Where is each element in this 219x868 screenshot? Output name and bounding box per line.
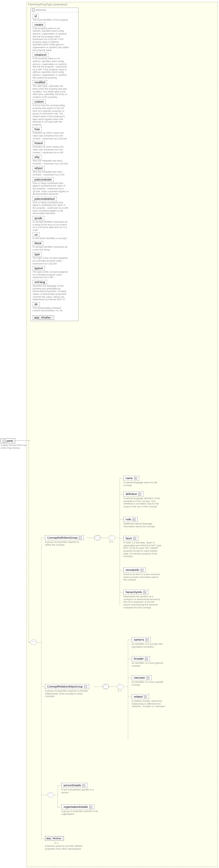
line	[101, 538, 109, 538]
expand-icon[interactable]: +	[145, 657, 148, 660]
expand-icon[interactable]: −	[79, 536, 82, 539]
node-label: broader	[134, 657, 144, 660]
expand-icon[interactable]: +	[89, 806, 92, 808]
attr-label: creatoruri	[33, 53, 49, 57]
node-narrower[interactable]: narrower+	[132, 675, 152, 680]
line	[120, 478, 123, 478]
line	[41, 686, 45, 687]
any-element: any ##other	[45, 836, 64, 841]
expand-icon[interactable]: +	[82, 784, 85, 787]
node-remoteinfo[interactable]: remoteInfo+	[123, 567, 146, 572]
attr-annotation: Why the metadata has been included - exp…	[33, 160, 69, 165]
card: 0..∞	[55, 842, 59, 844]
note-annotation: Additional natural language information …	[123, 523, 161, 528]
persondetails-annotation: A set of properties specific to a person	[61, 788, 99, 794]
cdg-seq-connector	[94, 535, 101, 540]
attr-item-custom: customIf set to true the corresponding p…	[33, 99, 76, 126]
node-note[interactable]: note+	[123, 517, 138, 522]
node-label: narrower	[134, 676, 145, 679]
node-organisationdetails[interactable]: organisationDetails+	[61, 804, 94, 809]
line	[41, 538, 41, 839]
card: 0..∞	[110, 540, 114, 543]
attr-label: qcode	[33, 216, 44, 220]
crg-choice-connector	[117, 684, 123, 689]
expand-icon[interactable]: +	[140, 569, 144, 571]
line	[37, 642, 41, 643]
node-facet[interactable]: facet+	[123, 536, 138, 541]
line	[109, 686, 117, 687]
attributes-list: idThe local identifier of the property.c…	[31, 12, 78, 314]
attr-annotation: The type of the concept assigned as cont…	[33, 271, 69, 279]
definition-annotation: A natural language definition of the sem…	[123, 497, 161, 508]
line	[120, 519, 123, 520]
attr-annotation: A URI which identifies a concept.	[33, 237, 69, 240]
expand-icon[interactable]: +	[144, 695, 147, 698]
line	[128, 678, 132, 678]
line	[128, 640, 132, 640]
group-label: ConceptDefinitionGroup	[47, 536, 77, 539]
attr-annotation: The directionality of textual content (e…	[33, 307, 69, 312]
expand-icon[interactable]: +	[138, 493, 141, 496]
line	[120, 570, 123, 570]
attr-item-xml-lang: xml:langSpecifies the language of this p…	[33, 280, 76, 301]
collapse-icon[interactable]: −	[32, 8, 35, 11]
expand-icon[interactable]: +	[133, 518, 135, 521]
node-broader[interactable]: broader+	[132, 656, 150, 661]
line	[14, 440, 30, 441]
attr-annotation: One or many constraints that apply to pu…	[33, 202, 69, 215]
node-sameas[interactable]: sameAs+	[132, 637, 151, 642]
attr-annotation: One or many constraints that apply to pu…	[33, 182, 69, 196]
line	[58, 785, 61, 786]
line	[41, 538, 45, 538]
node-related[interactable]: related+	[132, 694, 149, 699]
node-label: name	[126, 476, 133, 480]
attr-item-creatoruri: creatoruriIf the property value is not d…	[33, 53, 76, 79]
facet-annotation: In NAR 1.8 and later, 'facet' is depreca…	[123, 541, 161, 558]
attr-annotation: The date (and, optionally, the time) whe…	[33, 85, 69, 98]
attr-label: why	[33, 155, 41, 159]
attr-annotation: The type of the concept assigned as cont…	[33, 257, 69, 265]
expand-icon[interactable]: +	[147, 676, 149, 679]
attr-item-whyuri: whyuriWhy the metadata has been included…	[33, 166, 76, 176]
node-definition[interactable]: definition+	[123, 492, 144, 497]
attr-label: uri	[33, 232, 39, 237]
node-party[interactable]: −party	[1, 438, 15, 443]
group-conceptrelationships[interactable]: ConceptRelationshipsGroup−	[45, 684, 89, 689]
node-label: related	[134, 695, 143, 698]
attr-label: custom	[33, 99, 45, 104]
line	[123, 686, 128, 687]
cdg-choice-connector	[109, 535, 115, 540]
related-annotation: A related concept, where the relationshi…	[132, 700, 169, 708]
attr-label: whyuri	[33, 166, 44, 170]
expand-icon[interactable]: +	[144, 591, 146, 594]
expand-icon[interactable]: −	[84, 685, 87, 688]
node-label: party	[7, 439, 13, 442]
card: 0..∞	[118, 689, 122, 692]
attr-item-id: idThe local identifier of the property.	[33, 14, 76, 22]
attr-item-uri: uriA URI which identifies a concept.	[33, 232, 76, 240]
expand-icon[interactable]: +	[134, 477, 137, 480]
attr-item-howuri: howuriIndicates by which means the value…	[33, 141, 76, 154]
line	[128, 640, 128, 739]
node-label: definition	[126, 492, 137, 496]
line	[41, 839, 45, 839]
expand-icon[interactable]: +	[146, 639, 149, 641]
attr-label: dir	[33, 302, 39, 307]
sameas-annotation: An identifier of a concept with equivale…	[132, 643, 169, 648]
collapse-icon[interactable]: −	[3, 439, 6, 442]
attr-item-literal: literalA concept identifier expressed as…	[33, 241, 76, 251]
expand-icon[interactable]: +	[133, 537, 136, 540]
node-hierarchyinfo[interactable]: hierarchyInfo+	[123, 590, 149, 595]
node-label: sameAs	[134, 638, 144, 641]
extension-title: FlexPartyPropType (extension)	[27, 2, 217, 7]
line	[86, 538, 94, 538]
node-name[interactable]: name+	[123, 476, 139, 481]
line	[54, 795, 58, 795]
crg-seq-connector	[102, 684, 109, 689]
node-label: facet	[126, 537, 132, 540]
line	[120, 478, 120, 606]
party-annotation: A party involved this hop of the Hop His…	[1, 444, 27, 450]
group-conceptdefinition[interactable]: ConceptDefinitionGroup−	[45, 535, 84, 540]
attr-annotation: Indicates by which means the value was e…	[33, 132, 69, 140]
node-persondetails[interactable]: personDetails+	[61, 783, 87, 788]
